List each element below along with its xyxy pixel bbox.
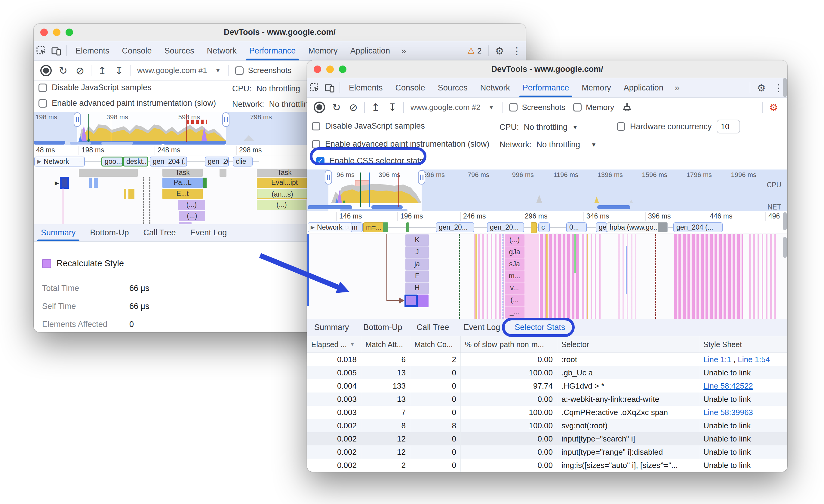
titlebar[interactable]: DevTools - www.google.com/ [34, 24, 526, 41]
tab-memory[interactable]: Memory [575, 78, 617, 97]
flame-bar[interactable]: E...t [163, 189, 203, 199]
tab-sources[interactable]: Sources [158, 41, 201, 60]
table-row[interactable]: 0.004 133 0 97.74 .HG1dvd > * Line 58:42… [307, 379, 787, 392]
download-profile-icon[interactable]: ↧ [111, 65, 127, 77]
inspect-icon[interactable] [307, 82, 322, 93]
flame-bar[interactable]: Task [257, 169, 312, 177]
network-request[interactable]: c [538, 222, 550, 232]
column-header-match-count[interactable]: Match Co... [410, 336, 460, 353]
tab-event-log[interactable]: Event Log [183, 224, 234, 241]
minimize-button[interactable] [326, 66, 334, 73]
network-request[interactable]: gen_204 (... [673, 222, 723, 232]
table-scrollbar[interactable] [783, 78, 787, 97]
network-request[interactable]: deskt... [123, 156, 148, 166]
main-flame-chart[interactable]: K J ja F H (...) gJa sJa m... v... (... … [307, 234, 787, 319]
tab-sources[interactable]: Sources [431, 78, 474, 97]
device-toolbar-icon[interactable] [49, 45, 64, 56]
vertical-scrollbar[interactable] [783, 212, 787, 230]
tab-network[interactable]: Network [474, 78, 516, 97]
upload-profile-icon[interactable]: ↥ [367, 101, 384, 113]
tab-call-tree[interactable]: Call Tree [136, 224, 183, 241]
disable-js-checkbox[interactable] [38, 84, 47, 92]
column-header-elapsed[interactable]: Elapsed ... ▼ [307, 336, 361, 353]
tab-memory[interactable]: Memory [302, 41, 344, 60]
flame-bar[interactable]: (...) [505, 234, 524, 246]
network-throttle-select[interactable]: No throttling [536, 140, 581, 149]
reload-and-record-icon[interactable]: ↻ [55, 65, 72, 77]
tab-console[interactable]: Console [389, 78, 431, 97]
tab-console[interactable]: Console [116, 41, 158, 60]
network-request[interactable]: 0... [566, 222, 587, 232]
flame-bar[interactable]: (...) [257, 200, 306, 210]
flame-bar[interactable]: H [405, 282, 429, 294]
history-select[interactable]: www.google.com #1 [137, 66, 207, 75]
column-header-match-attempts[interactable]: Match Att... [361, 336, 410, 353]
hardware-concurrency-checkbox[interactable] [617, 122, 625, 131]
network-request[interactable]: ge [596, 222, 607, 232]
gc-broom-icon[interactable] [619, 102, 634, 113]
stylesheet-link[interactable]: Line 1:1 [703, 355, 731, 364]
flame-bar[interactable]: F [405, 270, 429, 282]
selection-handle-left[interactable] [74, 112, 81, 127]
table-row[interactable]: 0.002 12 0 0.00 input[type="search" i] U… [307, 432, 787, 446]
selected-recalc-style-event[interactable] [405, 294, 418, 307]
flame-bar[interactable]: Task [163, 169, 203, 177]
flame-bar[interactable]: ( [179, 222, 192, 224]
zoom-button[interactable] [339, 66, 346, 73]
column-header-style-sheet[interactable]: Style Sheet [699, 336, 787, 353]
network-request[interactable]: gen_20... [487, 222, 524, 232]
cpu-throttle-select[interactable]: No throttling [524, 123, 568, 132]
hardware-concurrency-input[interactable] [717, 120, 740, 133]
table-row[interactable]: 0.018 6 2 0.00 :root Line 1:1 , Line 1:5… [307, 353, 787, 366]
flame-bar[interactable]: (an...s) [257, 189, 308, 199]
tab-application[interactable]: Application [344, 41, 396, 60]
close-button[interactable] [40, 28, 48, 36]
upload-profile-icon[interactable]: ↥ [94, 65, 111, 77]
tab-elements[interactable]: Elements [69, 41, 116, 60]
paint-instrumentation-checkbox[interactable] [312, 140, 320, 148]
tab-event-log[interactable]: Event Log [456, 319, 508, 336]
table-row[interactable]: 0.003 7 0 100.00 .CqmPRe:active .oXqZxc … [307, 406, 787, 419]
vertical-scrollbar[interactable] [783, 237, 787, 258]
timeline-overview[interactable]: 96 ms 396 ms 596 ms 796 ms 996 ms 1196 m… [307, 169, 787, 211]
clear-icon[interactable]: ⊘ [345, 101, 362, 113]
more-tabs-icon[interactable]: » [396, 46, 412, 56]
close-button[interactable] [314, 66, 321, 73]
tab-network[interactable]: Network [201, 41, 243, 60]
device-toolbar-icon[interactable] [322, 82, 337, 93]
download-profile-icon[interactable]: ↧ [384, 101, 401, 113]
tab-summary[interactable]: Summary [307, 319, 356, 336]
minimize-button[interactable] [53, 28, 61, 36]
column-header-selector[interactable]: Selector [557, 336, 699, 353]
stylesheet-link[interactable]: Line 58:39963 [703, 408, 753, 417]
settings-gear-icon[interactable]: ⚙ [491, 45, 508, 57]
tab-bottom-up[interactable]: Bottom-Up [83, 224, 136, 241]
screenshots-checkbox[interactable] [235, 67, 243, 75]
flame-bar[interactable]: (... [505, 294, 524, 306]
column-header-slow-path[interactable]: % of slow-path non-m... [460, 336, 557, 353]
record-button[interactable] [40, 65, 52, 76]
reload-and-record-icon[interactable]: ↻ [328, 101, 345, 113]
css-selector-stats-checkbox[interactable]: ✓ [316, 157, 324, 165]
network-request[interactable]: gen_204 (... [150, 156, 187, 166]
flame-bar[interactable]: (...) [178, 200, 205, 210]
settings-gear-icon[interactable]: ⚙ [753, 82, 769, 94]
table-row[interactable]: 0.005 13 0 100.00 .gb_Uc a Unable to lin… [307, 366, 787, 379]
stylesheet-link[interactable]: Line 1:54 [738, 355, 770, 364]
inspect-icon[interactable] [34, 45, 49, 56]
disable-js-checkbox[interactable] [312, 122, 320, 130]
cpu-throttle-select[interactable]: No throttling [256, 84, 300, 94]
capture-settings-gear-icon[interactable]: ⚙ [765, 102, 782, 113]
screenshots-checkbox[interactable] [509, 103, 518, 112]
more-tabs-icon[interactable]: » [670, 83, 685, 93]
network-request[interactable]: gen_20... [436, 222, 474, 232]
tab-call-tree[interactable]: Call Tree [410, 319, 456, 336]
flame-bar[interactable]: Eval...ipt [257, 177, 312, 188]
table-row[interactable]: 0.003 13 0 0.00 a:-webkit-any-link:read-… [307, 392, 787, 406]
kebab-menu-icon[interactable]: ⋮ [508, 45, 526, 57]
issues-badge[interactable]: ⚠ 2 [463, 46, 486, 56]
network-track-header[interactable]: ▶ Network [34, 156, 85, 166]
record-button[interactable] [314, 102, 325, 113]
network-request[interactable]: gen_204 [205, 156, 229, 166]
paint-instrumentation-checkbox[interactable] [38, 99, 47, 108]
